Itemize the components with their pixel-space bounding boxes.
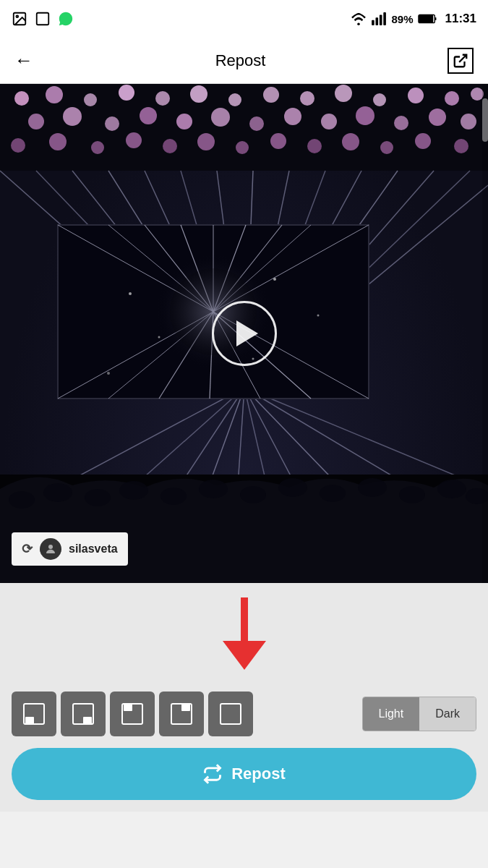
screenshot-icon — [35, 11, 51, 27]
image-icon — [12, 11, 27, 27]
repost-badge-icon: ⟳ — [22, 541, 33, 557]
battery-percent: 89% — [391, 13, 413, 25]
nav-bar: ← Repost — [0, 38, 488, 84]
light-theme-button[interactable]: Light — [363, 697, 420, 731]
svg-point-96 — [129, 292, 132, 295]
wifi-icon — [351, 12, 367, 25]
svg-point-106 — [119, 481, 148, 500]
username-label: silasveta — [69, 542, 118, 556]
svg-point-114 — [437, 480, 466, 498]
play-button[interactable] — [212, 301, 277, 366]
svg-rect-8 — [419, 15, 432, 22]
repost-attribution-badge: ⟳ silasveta — [12, 532, 128, 566]
status-bar: 89% 11:31 — [0, 0, 488, 38]
svg-point-104 — [43, 483, 72, 502]
position-bottom-right-button[interactable] — [61, 692, 106, 736]
dark-theme-button[interactable]: Dark — [419, 697, 476, 731]
svg-line-9 — [459, 54, 466, 61]
avatar — [40, 538, 61, 560]
position-top-left-button[interactable] — [110, 692, 155, 736]
bottom-controls: Light Dark Repost — [0, 583, 488, 812]
svg-rect-120 — [25, 717, 34, 724]
external-link-button[interactable] — [448, 48, 474, 74]
svg-rect-126 — [181, 704, 190, 711]
svg-rect-4 — [376, 17, 379, 25]
svg-point-97 — [158, 336, 160, 339]
svg-point-108 — [199, 480, 228, 498]
red-arrow — [215, 597, 273, 677]
svg-rect-5 — [380, 15, 382, 25]
signal-icon — [371, 12, 387, 25]
svg-rect-6 — [384, 12, 387, 25]
svg-point-101 — [317, 315, 320, 317]
svg-point-116 — [48, 545, 53, 549]
position-bottom-left-button[interactable] — [12, 692, 56, 736]
svg-point-105 — [85, 489, 111, 506]
svg-rect-3 — [372, 20, 375, 25]
scrollbar-thumb — [482, 98, 488, 142]
repost-button[interactable]: Repost — [12, 748, 476, 800]
page-title: Repost — [215, 51, 266, 70]
media-area: ⟳ silasveta — [0, 84, 488, 583]
svg-point-107 — [160, 488, 187, 505]
svg-point-111 — [320, 485, 346, 502]
svg-point-109 — [240, 486, 266, 503]
svg-rect-124 — [124, 704, 132, 711]
svg-point-112 — [358, 478, 387, 497]
back-button[interactable]: ← — [14, 49, 33, 72]
arrow-container — [12, 597, 476, 684]
media-scrollbar[interactable] — [482, 84, 488, 583]
repost-button-label: Repost — [231, 765, 286, 783]
status-bar-right: 89% 11:31 — [351, 12, 476, 26]
svg-point-98 — [273, 278, 276, 281]
svg-point-1 — [16, 15, 18, 17]
repost-button-icon — [202, 764, 223, 784]
svg-point-2 — [358, 22, 361, 25]
whatsapp-icon — [58, 11, 74, 27]
svg-point-100 — [107, 372, 110, 375]
position-top-right-button[interactable] — [159, 692, 204, 736]
time-display: 11:31 — [445, 12, 476, 26]
position-none-button[interactable] — [208, 692, 253, 736]
play-icon — [236, 320, 258, 346]
svg-rect-122 — [83, 717, 92, 724]
battery-icon — [418, 13, 438, 25]
svg-marker-118 — [223, 641, 266, 670]
theme-toggle: Light Dark — [362, 697, 476, 731]
svg-point-113 — [399, 486, 425, 503]
position-buttons — [12, 692, 253, 736]
svg-point-110 — [278, 478, 307, 497]
external-link-icon — [453, 53, 468, 69]
controls-row: Light Dark — [12, 692, 476, 736]
status-bar-left — [12, 11, 74, 27]
svg-point-103 — [9, 491, 35, 509]
svg-rect-127 — [221, 704, 241, 724]
